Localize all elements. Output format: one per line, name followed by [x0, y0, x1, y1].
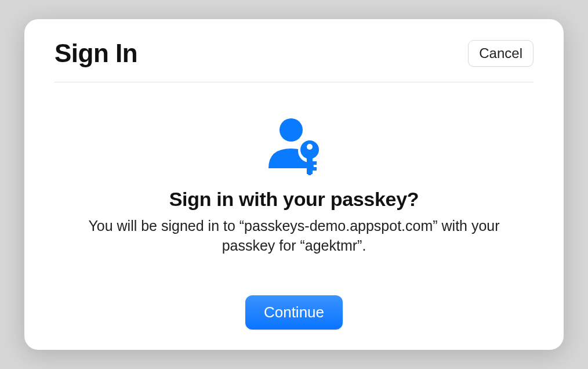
- modal-body: Sign in with your passkey? You will be s…: [55, 82, 533, 330]
- svg-point-3: [307, 144, 313, 150]
- prompt-heading: Sign in with your passkey?: [169, 188, 419, 211]
- modal-title: Sign In: [55, 39, 137, 68]
- svg-rect-4: [307, 157, 313, 174]
- passkey-user-icon: [262, 115, 326, 178]
- continue-button[interactable]: Continue: [245, 295, 343, 330]
- cancel-button[interactable]: Cancel: [468, 40, 533, 67]
- svg-rect-5: [311, 161, 317, 165]
- svg-rect-6: [311, 167, 317, 171]
- sign-in-modal: Sign In Cancel Sig: [24, 19, 564, 350]
- svg-point-0: [280, 118, 303, 142]
- modal-header: Sign In Cancel: [55, 39, 533, 82]
- prompt-description: You will be signed in to “passkeys-demo.…: [74, 216, 514, 256]
